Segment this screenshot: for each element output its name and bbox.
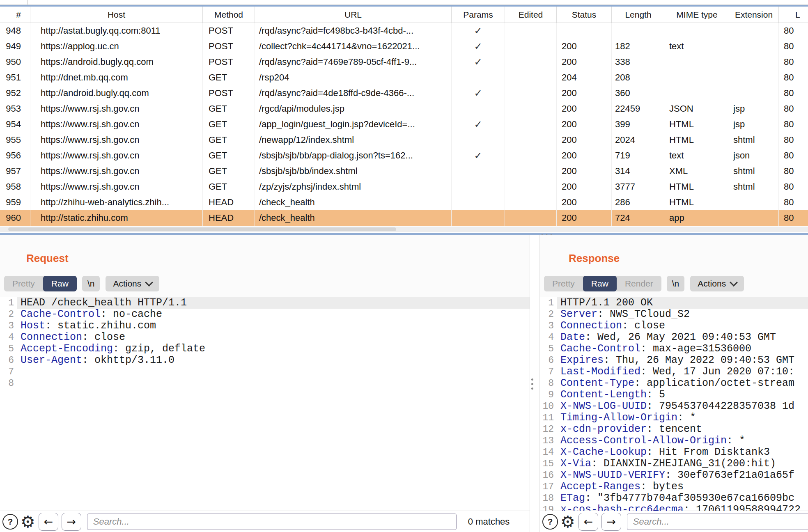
help-icon[interactable]: ? [2,514,18,530]
request-search-input[interactable] [87,514,457,530]
line-number: 16 [540,470,557,481]
horizontal-scrollbar[interactable] [0,227,808,232]
cell-method: GET [203,148,255,163]
http-history-table: #HostMethodURLParamsEditedStatusLengthMI… [0,7,808,226]
response-editor[interactable]: 1HTTP/1.1 200 OK2Server: NWS_TCloud_S23C… [540,297,808,511]
cell-num: 951 [0,70,30,85]
cell-url: /sbsjb/sjb/bb/app-dialog.json?ts=162... [255,148,452,163]
line-number: 19 [540,504,557,511]
tab-render[interactable]: Render [617,276,661,291]
splitter-handle-dots-vertical[interactable] [531,378,533,390]
cell-url: /rsp204 [255,70,452,85]
editor-line: 19x-cos-hash-crc64ecma: 1706119958899472… [540,504,808,511]
column-header-params[interactable]: Params [452,7,505,23]
cell-host: https://www.rsj.sh.gov.cn [30,117,203,132]
cell-num: 954 [0,117,30,132]
top-scroll-strip [0,0,808,5]
column-header-num[interactable]: # [0,7,30,23]
cell-port: 80 [779,54,808,70]
cell-host: http://static.zhihu.com [30,210,203,226]
table-row[interactable]: 949https://applog.uc.cnPOST/collect?chk=… [0,39,808,54]
gear-icon[interactable]: ⚙ [560,515,575,529]
editor-line: 5Cache-Control: max-age=31536000 [540,343,808,355]
column-header-url[interactable]: URL [255,7,452,23]
search-next-button[interactable]: → [62,513,81,531]
cell-length: 2024 [612,132,665,148]
cell-port: 80 [779,85,808,101]
table-row[interactable]: 955https://www.rsj.sh.gov.cnGET/newapp/1… [0,132,808,148]
cell-host: http://dnet.mb.qq.com [30,70,203,85]
table-row[interactable]: 959http://zhihu-web-analytics.zhih...HEA… [0,195,808,210]
tab-pretty[interactable]: Pretty [544,276,583,291]
cell-edited [505,179,557,195]
column-header-port[interactable]: L [779,7,808,23]
cell-mime [665,70,729,85]
newline-toggle-button[interactable]: \n [667,276,685,291]
cell-host: https://www.rsj.sh.gov.cn [30,132,203,148]
help-icon[interactable]: ? [542,514,558,530]
table-row[interactable]: 952http://android.bugly.qq.comPOST/rqd/a… [0,85,808,101]
column-header-method[interactable]: Method [203,7,255,23]
line-number: 5 [0,343,17,355]
line-number: 12 [540,424,557,435]
tab-raw[interactable]: Raw [583,276,617,291]
column-header-ext[interactable]: Extension [729,7,779,23]
column-header-edited[interactable]: Edited [505,7,557,23]
cell-length: 182 [612,39,665,54]
actions-dropdown-button[interactable]: Actions [106,276,159,291]
cell-edited [505,39,557,54]
tab-raw[interactable]: Raw [43,276,77,291]
cell-ext: shtml [729,163,779,179]
column-header-host[interactable]: Host [30,7,203,23]
table-row[interactable]: 956https://www.rsj.sh.gov.cnGET/sbsjb/sj… [0,148,808,163]
request-editor[interactable]: 1HEAD /check_health HTTP/1.12Cache-Contr… [0,297,530,511]
cell-edited [505,23,557,39]
table-row[interactable]: 957https://www.rsj.sh.gov.cnGET/sbsjb/sj… [0,163,808,179]
cell-method: GET [203,163,255,179]
table-row[interactable]: 948http://astat.bugly.qq.com:8011POST/rq… [0,23,808,39]
table-row[interactable]: 951http://dnet.mb.qq.comGET/rsp204204208… [0,70,808,85]
table-row[interactable]: 960http://static.zhihu.comHEAD/check_hea… [0,210,808,226]
line-number: 14 [540,447,557,458]
column-header-mime[interactable]: MIME type [665,7,729,23]
cell-edited [505,195,557,210]
line-number: 3 [0,320,17,332]
search-prev-button[interactable]: ← [39,513,58,531]
table-row[interactable]: 953https://www.rsj.sh.gov.cnGET/rgcd/api… [0,101,808,117]
cell-ext [729,195,779,210]
response-search-input[interactable] [627,514,808,530]
cell-port: 80 [779,195,808,210]
cell-host: https://www.rsj.sh.gov.cn [30,101,203,117]
search-prev-button[interactable]: ← [578,513,598,531]
horizontal-scrollbar-thumb[interactable] [8,227,396,231]
table-row[interactable]: 954https://www.rsj.sh.gov.cnGET/app_logi… [0,117,808,132]
cell-params: ✓ [452,54,505,70]
cell-url: /zp/zyjs/zphsj/index.shtml [255,179,452,195]
request-tabs: Pretty Raw \n Actions [4,276,159,291]
editor-line: 2Server: NWS_TCloud_S2 [540,309,808,320]
column-header-status[interactable]: Status [557,7,612,23]
cell-params: ✓ [452,23,505,39]
cell-port: 80 [779,163,808,179]
cell-ext: shtml [729,179,779,195]
cell-host: https://applog.uc.cn [30,39,203,54]
actions-dropdown-button[interactable]: Actions [690,276,744,291]
cell-length [612,23,665,39]
tab-pretty[interactable]: Pretty [4,276,43,291]
gear-icon[interactable]: ⚙ [21,515,35,529]
cell-edited [505,117,557,132]
table-row[interactable]: 950https://android.bugly.qq.comPOST/rqd/… [0,54,808,70]
request-panel-title: Request [26,252,69,265]
cell-params: ✓ [452,148,505,163]
newline-toggle-button[interactable]: \n [82,276,100,291]
table-body: 948http://astat.bugly.qq.com:8011POST/rq… [0,23,808,226]
cell-params: ✓ [452,117,505,132]
column-header-length[interactable]: Length [612,7,665,23]
table-row[interactable]: 958https://www.rsj.sh.gov.cnGET/zp/zyjs/… [0,179,808,195]
editor-line: 7Last-Modified: Wed, 17 Jun 2020 07:10: [540,366,808,378]
actions-label: Actions [698,279,726,289]
cell-num: 948 [0,23,30,39]
search-next-button[interactable]: → [601,513,621,531]
request-panel: Request Pretty Raw \n Actions 1HEAD /che… [0,235,530,532]
cell-mime: HTML [665,179,729,195]
